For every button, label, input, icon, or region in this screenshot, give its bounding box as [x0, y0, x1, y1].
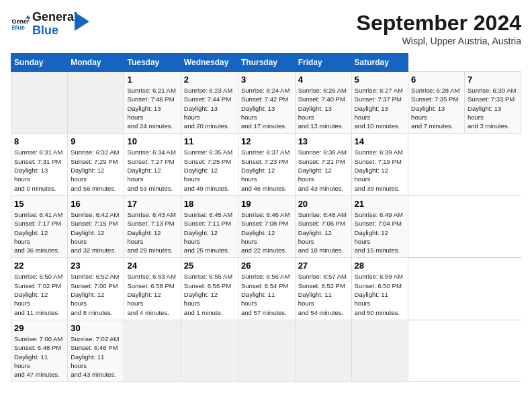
calendar-cell: 24 Sunrise: 6:53 AMSunset: 6:58 PMDaylig…	[124, 258, 181, 320]
calendar-cell: 26 Sunrise: 6:56 AMSunset: 6:54 PMDaylig…	[238, 258, 296, 320]
calendar-cell: 28 Sunrise: 6:59 AMSunset: 6:50 PMDaylig…	[351, 258, 408, 320]
day-info: Sunrise: 6:49 AMSunset: 7:04 PMDaylight:…	[355, 211, 403, 254]
calendar-week-row: 15 Sunrise: 6:41 AMSunset: 7:17 PMDaylig…	[11, 195, 521, 257]
day-number: 5	[355, 75, 406, 85]
day-number: 4	[298, 75, 349, 85]
logo-blue-text: Blue	[32, 24, 77, 38]
day-number: 25	[184, 261, 235, 271]
logo-arrow-icon	[75, 12, 89, 31]
day-info: Sunrise: 6:30 AMSunset: 7:33 PMDaylight:…	[468, 87, 516, 130]
day-number: 26	[241, 261, 292, 271]
calendar-cell: 17 Sunrise: 6:43 AMSunset: 7:13 PMDaylig…	[124, 195, 181, 257]
calendar-cell: 12 Sunrise: 6:37 AMSunset: 7:23 PMDaylig…	[238, 134, 296, 195]
day-info: Sunrise: 7:00 AMSunset: 6:48 PMDaylight:…	[14, 335, 62, 378]
calendar-cell: 5 Sunrise: 6:27 AMSunset: 7:37 PMDayligh…	[351, 72, 408, 134]
day-info: Sunrise: 6:57 AMSunset: 6:52 PMDaylight:…	[298, 273, 347, 316]
logo-icon: General Blue	[11, 15, 30, 34]
day-info: Sunrise: 6:27 AMSunset: 7:37 PMDaylight:…	[355, 87, 403, 130]
weekday-header: Monday	[68, 54, 124, 72]
day-number: 19	[241, 199, 292, 209]
weekday-header: Tuesday	[124, 54, 181, 72]
day-info: Sunrise: 6:53 AMSunset: 6:58 PMDaylight:…	[127, 273, 175, 316]
calendar-cell	[11, 72, 68, 134]
calendar-week-row: 22 Sunrise: 6:50 AMSunset: 7:02 PMDaylig…	[11, 258, 521, 320]
day-number: 15	[14, 199, 64, 209]
day-info: Sunrise: 6:37 AMSunset: 7:23 PMDaylight:…	[241, 148, 290, 191]
day-number: 22	[14, 261, 64, 271]
day-info: Sunrise: 6:59 AMSunset: 6:50 PMDaylight:…	[355, 273, 403, 316]
calendar-cell: 18 Sunrise: 6:45 AMSunset: 7:11 PMDaylig…	[181, 195, 238, 257]
calendar-week-row: 29 Sunrise: 7:00 AMSunset: 6:48 PMDaylig…	[11, 320, 521, 381]
day-number: 11	[184, 136, 235, 146]
day-info: Sunrise: 6:56 AMSunset: 6:54 PMDaylight:…	[241, 273, 290, 316]
calendar-table: SundayMondayTuesdayWednesdayThursdayFrid…	[11, 53, 521, 382]
day-number: 28	[355, 261, 406, 271]
calendar-cell: 2 Sunrise: 6:23 AMSunset: 7:44 PMDayligh…	[181, 72, 238, 134]
day-number: 13	[298, 136, 349, 146]
day-info: Sunrise: 7:02 AMSunset: 6:46 PMDaylight:…	[71, 335, 119, 378]
day-info: Sunrise: 6:38 AMSunset: 7:21 PMDaylight:…	[298, 148, 347, 191]
header: General Blue General Blue September 2024…	[11, 11, 521, 46]
calendar-cell	[351, 320, 408, 381]
calendar-week-row: 1 Sunrise: 6:21 AMSunset: 7:46 PMDayligh…	[11, 72, 521, 134]
day-info: Sunrise: 6:46 AMSunset: 7:08 PMDaylight:…	[241, 211, 290, 254]
day-info: Sunrise: 6:48 AMSunset: 7:06 PMDaylight:…	[298, 211, 347, 254]
calendar-cell	[124, 320, 181, 381]
calendar-cell: 13 Sunrise: 6:38 AMSunset: 7:21 PMDaylig…	[295, 134, 351, 195]
day-number: 8	[14, 136, 64, 146]
calendar-cell	[238, 320, 296, 381]
day-info: Sunrise: 6:31 AMSunset: 7:31 PMDaylight:…	[14, 148, 62, 191]
day-info: Sunrise: 6:23 AMSunset: 7:44 PMDaylight:…	[184, 87, 232, 130]
day-number: 30	[71, 323, 121, 333]
day-info: Sunrise: 6:55 AMSunset: 6:56 PMDaylight:…	[184, 273, 232, 316]
svg-text:Blue: Blue	[11, 24, 25, 31]
calendar-cell: 14 Sunrise: 6:39 AMSunset: 7:19 PMDaylig…	[351, 134, 408, 195]
day-number: 10	[127, 136, 177, 146]
calendar-header-row: SundayMondayTuesdayWednesdayThursdayFrid…	[11, 54, 521, 72]
location: Wispl, Upper Austria, Austria	[357, 36, 521, 46]
day-info: Sunrise: 6:39 AMSunset: 7:19 PMDaylight:…	[355, 148, 403, 191]
day-info: Sunrise: 6:21 AMSunset: 7:46 PMDaylight:…	[127, 87, 175, 130]
calendar-cell: 29 Sunrise: 7:00 AMSunset: 6:48 PMDaylig…	[11, 320, 68, 381]
day-info: Sunrise: 6:42 AMSunset: 7:15 PMDaylight:…	[71, 211, 119, 254]
calendar-cell: 19 Sunrise: 6:46 AMSunset: 7:08 PMDaylig…	[238, 195, 296, 257]
calendar-week-row: 8 Sunrise: 6:31 AMSunset: 7:31 PMDayligh…	[11, 134, 521, 195]
calendar-cell: 22 Sunrise: 6:50 AMSunset: 7:02 PMDaylig…	[11, 258, 68, 320]
day-number: 17	[127, 199, 177, 209]
weekday-header: Saturday	[351, 54, 408, 72]
calendar-cell	[68, 72, 124, 134]
day-number: 14	[355, 136, 406, 146]
day-number: 1	[127, 75, 177, 85]
day-info: Sunrise: 6:28 AMSunset: 7:35 PMDaylight:…	[411, 87, 459, 130]
day-number: 20	[298, 199, 349, 209]
day-info: Sunrise: 6:26 AMSunset: 7:40 PMDaylight:…	[298, 87, 347, 130]
page: General Blue General Blue September 2024…	[0, 0, 532, 411]
day-info: Sunrise: 6:50 AMSunset: 7:02 PMDaylight:…	[14, 273, 62, 316]
calendar-cell: 9 Sunrise: 6:32 AMSunset: 7:29 PMDayligh…	[68, 134, 124, 195]
svg-marker-4	[75, 12, 89, 31]
day-number: 18	[184, 199, 235, 209]
day-number: 2	[184, 75, 235, 85]
weekday-header: Sunday	[11, 54, 68, 72]
calendar-cell: 4 Sunrise: 6:26 AMSunset: 7:40 PMDayligh…	[295, 72, 351, 134]
calendar-cell	[295, 320, 351, 381]
calendar-cell: 7 Sunrise: 6:30 AMSunset: 7:33 PMDayligh…	[465, 72, 521, 134]
day-info: Sunrise: 6:52 AMSunset: 7:00 PMDaylight:…	[71, 273, 119, 316]
title-block: September 2024 Wispl, Upper Austria, Aus…	[357, 11, 521, 46]
day-number: 23	[71, 261, 121, 271]
day-number: 21	[355, 199, 406, 209]
calendar-cell: 16 Sunrise: 6:42 AMSunset: 7:15 PMDaylig…	[68, 195, 124, 257]
calendar-cell	[181, 320, 238, 381]
calendar-cell: 10 Sunrise: 6:34 AMSunset: 7:27 PMDaylig…	[124, 134, 181, 195]
logo: General Blue General Blue	[11, 11, 89, 38]
calendar-cell: 6 Sunrise: 6:28 AMSunset: 7:35 PMDayligh…	[408, 72, 465, 134]
calendar-cell: 30 Sunrise: 7:02 AMSunset: 6:46 PMDaylig…	[68, 320, 124, 381]
day-number: 12	[241, 136, 292, 146]
calendar-cell: 1 Sunrise: 6:21 AMSunset: 7:46 PMDayligh…	[124, 72, 181, 134]
day-number: 27	[298, 261, 349, 271]
month-title: September 2024	[357, 11, 521, 36]
day-number: 7	[468, 75, 518, 85]
calendar-cell: 25 Sunrise: 6:55 AMSunset: 6:56 PMDaylig…	[181, 258, 238, 320]
calendar-cell: 11 Sunrise: 6:35 AMSunset: 7:25 PMDaylig…	[181, 134, 238, 195]
day-info: Sunrise: 6:41 AMSunset: 7:17 PMDaylight:…	[14, 211, 62, 254]
